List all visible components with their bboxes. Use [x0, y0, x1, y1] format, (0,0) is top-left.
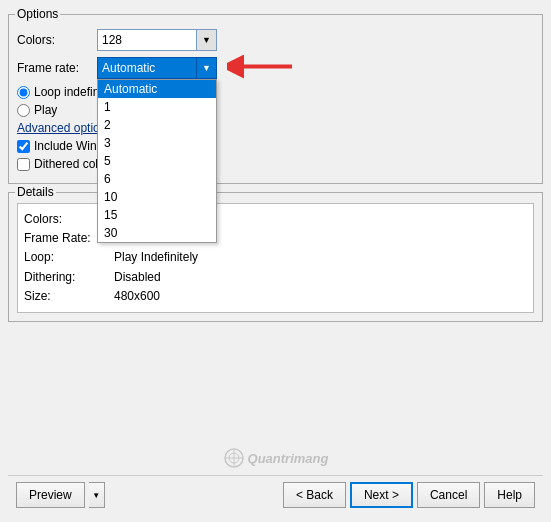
- detail-key-size: Size:: [24, 287, 114, 306]
- include-window-row: Include Window: [17, 139, 534, 153]
- detail-row-size: Size: 480x600: [24, 287, 527, 306]
- dithered-row: Dithered color reduction: [17, 157, 534, 171]
- dd-item-2[interactable]: 2: [98, 116, 216, 134]
- frame-rate-dropdown-btn[interactable]: ▼: [197, 57, 217, 79]
- dialog: Options Colors: 128 ▼ Frame rate: Automa…: [0, 0, 551, 522]
- arrow-indicator: [227, 52, 297, 85]
- watermark-text: Quantrimang: [248, 451, 329, 466]
- back-button[interactable]: < Back: [283, 482, 346, 508]
- colors-label: Colors:: [17, 33, 97, 47]
- advanced-options-link[interactable]: Advanced options: [17, 121, 534, 135]
- dd-item-3[interactable]: 3: [98, 134, 216, 152]
- dithered-checkbox[interactable]: [17, 158, 30, 171]
- next-button[interactable]: Next >: [350, 482, 413, 508]
- options-section-title: Options: [15, 7, 60, 21]
- footer: Preview ▼ < Back Next > Cancel Help: [8, 475, 543, 514]
- detail-val-loop: Play Indefinitely: [114, 248, 198, 267]
- spacer: [8, 330, 543, 447]
- back-label: < Back: [296, 488, 333, 502]
- next-label: Next >: [364, 488, 399, 502]
- frame-rate-dropdown[interactable]: Automatic 1 2 3 5 6 10 15 30: [97, 79, 217, 243]
- loop-radio-row: Loop indefinitely: [17, 85, 534, 99]
- colors-dropdown-btn[interactable]: ▼: [197, 29, 217, 51]
- loop-radio[interactable]: [17, 86, 30, 99]
- dd-item-automatic[interactable]: Automatic: [98, 80, 216, 98]
- help-label: Help: [497, 488, 522, 502]
- preview-button[interactable]: Preview: [16, 482, 85, 508]
- detail-row-loop: Loop: Play Indefinitely: [24, 248, 527, 267]
- dd-item-15[interactable]: 15: [98, 206, 216, 224]
- detail-key-dithering: Dithering:: [24, 268, 114, 287]
- detail-key-loop: Loop:: [24, 248, 114, 267]
- dd-item-30[interactable]: 30: [98, 224, 216, 242]
- play-radio-row: Play: [17, 103, 534, 117]
- colors-combo-wrapper: 128 ▼: [97, 29, 217, 51]
- preview-label: Preview: [29, 488, 72, 502]
- cancel-label: Cancel: [430, 488, 467, 502]
- detail-row-dithering: Dithering: Disabled: [24, 268, 527, 287]
- details-section-title: Details: [15, 185, 56, 199]
- dd-item-10[interactable]: 10: [98, 188, 216, 206]
- watermark: Quantrimang: [8, 447, 543, 469]
- include-window-checkbox[interactable]: [17, 140, 30, 153]
- colors-value: 128: [97, 29, 197, 51]
- preview-dropdown-btn[interactable]: ▼: [89, 482, 105, 508]
- colors-row: Colors: 128 ▼: [17, 29, 534, 51]
- frame-rate-container: Automatic ▼ Automatic 1 2 3 5 6 10 15 30: [97, 57, 217, 79]
- details-section: Details Colors: 128 Frame Rate: Automati…: [8, 192, 543, 322]
- dd-item-6[interactable]: 6: [98, 170, 216, 188]
- help-button[interactable]: Help: [484, 482, 535, 508]
- cancel-button[interactable]: Cancel: [417, 482, 480, 508]
- play-radio[interactable]: [17, 104, 30, 117]
- dd-item-5[interactable]: 5: [98, 152, 216, 170]
- watermark-icon: [223, 447, 245, 469]
- frame-rate-label: Frame rate:: [17, 61, 97, 75]
- detail-val-dithering: Disabled: [114, 268, 161, 287]
- detail-val-size: 480x600: [114, 287, 160, 306]
- dd-item-1[interactable]: 1: [98, 98, 216, 116]
- frame-rate-row: Frame rate: Automatic ▼ Automatic 1 2 3 …: [17, 57, 534, 79]
- frame-rate-selected[interactable]: Automatic: [97, 57, 197, 79]
- details-content: Colors: 128 Frame Rate: Automatic Loop: …: [17, 203, 534, 313]
- options-section: Options Colors: 128 ▼ Frame rate: Automa…: [8, 14, 543, 184]
- play-label: Play: [34, 103, 57, 117]
- red-arrow-svg: [227, 52, 297, 82]
